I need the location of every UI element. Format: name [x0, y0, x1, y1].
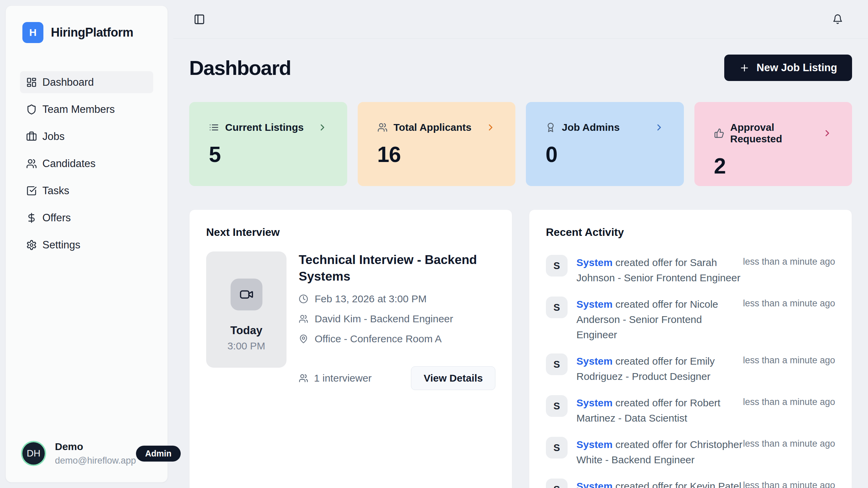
activity-list: S System created offer for Sarah Johnson…	[546, 255, 835, 488]
activity-avatar: S	[546, 395, 568, 417]
stat-value: 2	[714, 154, 833, 179]
activity-item: S System created offer for Sarah Johnson…	[546, 255, 835, 285]
activity-actor-link[interactable]: System	[576, 439, 613, 450]
chevron-right-icon[interactable]	[654, 122, 664, 133]
sidebar-item-label: Candidates	[42, 158, 96, 170]
stat-label: Current Listings	[225, 122, 304, 133]
video-icon	[231, 279, 262, 310]
activity-item: S System created offer for Robert Martin…	[546, 395, 835, 426]
activity-actor-link[interactable]: System	[576, 397, 613, 408]
users-icon	[26, 158, 37, 169]
sidebar-item-dashboard[interactable]: Dashboard	[20, 71, 153, 93]
activity-timestamp: less than a minute ago	[743, 297, 835, 309]
thumbs-up-icon	[714, 128, 724, 138]
activity-avatar: S	[546, 297, 568, 318]
activity-item: S System created offer for Nicole Anders…	[546, 297, 835, 342]
interview-person-row: David Kim - Backend Engineer	[299, 313, 495, 325]
interview-location-row: Office - Conference Room A	[299, 333, 495, 345]
activity-timestamp: less than a minute ago	[743, 353, 835, 366]
plus-icon	[739, 63, 750, 73]
activity-timestamp: less than a minute ago	[743, 255, 835, 267]
page-title: Dashboard	[189, 56, 291, 80]
users-icon	[377, 122, 388, 133]
activity-avatar: S	[546, 353, 568, 375]
sidebar-item-offers[interactable]: Offers	[20, 207, 153, 229]
gear-icon	[26, 240, 37, 250]
app-title: HiringPlatform	[51, 25, 133, 40]
stat-label: Job Admins	[562, 122, 620, 133]
check-square-icon	[26, 185, 37, 196]
users-icon	[299, 373, 308, 383]
interview-datetime-row: Feb 13, 2026 at 3:00 PM	[299, 293, 495, 305]
app-logo-icon: H	[22, 22, 43, 43]
activity-timestamp: less than a minute ago	[743, 437, 835, 449]
topbar	[173, 0, 868, 39]
award-icon	[546, 122, 556, 133]
bell-icon	[832, 14, 843, 24]
activity-avatar: S	[546, 479, 568, 488]
shield-icon	[26, 104, 37, 115]
recent-activity-title: Recent Activity	[546, 226, 835, 239]
users-icon	[299, 314, 308, 324]
interview-person: David Kim - Backend Engineer	[315, 313, 453, 325]
clock-icon	[299, 294, 308, 304]
sidebar-item-tasks[interactable]: Tasks	[20, 180, 153, 202]
interview-day-panel: Today 3:00 PM	[206, 251, 287, 368]
sidebar: H HiringPlatform Dashboard Team Members …	[5, 5, 168, 483]
activity-actor-link[interactable]: System	[576, 299, 613, 310]
next-interview-title: Next Interview	[206, 226, 495, 239]
next-interview-card: Next Interview Today 3:00 PM Technical I…	[189, 209, 512, 488]
recent-activity-card: Recent Activity S System created offer f…	[529, 209, 852, 488]
sidebar-toggle-button[interactable]	[194, 14, 205, 25]
interview-day: Today	[230, 324, 262, 337]
activity-actor-link[interactable]: System	[576, 355, 613, 367]
user-name: Demo	[55, 441, 136, 452]
stat-label: Total Applicants	[394, 122, 472, 133]
activity-item: S System created offer for Kevin Patel -…	[546, 479, 835, 488]
content: Dashboard New Job Listing Current Listin…	[173, 55, 868, 488]
user-email: demo@hireflow.app	[55, 455, 136, 466]
new-job-listing-button[interactable]: New Job Listing	[724, 55, 852, 81]
panel-left-icon	[194, 14, 205, 25]
notifications-button[interactable]	[832, 14, 843, 24]
sidebar-item-label: Settings	[42, 239, 80, 251]
new-job-listing-label: New Job Listing	[756, 62, 837, 74]
stat-card-current-listings[interactable]: Current Listings 5	[189, 102, 347, 186]
sidebar-item-settings[interactable]: Settings	[20, 234, 153, 256]
activity-timestamp: less than a minute ago	[743, 479, 835, 488]
briefcase-icon	[26, 131, 37, 142]
interview-time: 3:00 PM	[228, 340, 265, 352]
stat-card-total-applicants[interactable]: Total Applicants 16	[358, 102, 516, 186]
sidebar-item-candidates[interactable]: Candidates	[20, 152, 153, 175]
chevron-right-icon[interactable]	[317, 122, 328, 133]
activity-actor-link[interactable]: System	[576, 257, 613, 268]
main-area: Dashboard New Job Listing Current Listin…	[173, 0, 868, 488]
sidebar-item-label: Dashboard	[42, 76, 94, 88]
sidebar-item-team-members[interactable]: Team Members	[20, 98, 153, 120]
list-icon	[209, 122, 219, 133]
view-details-button[interactable]: View Details	[411, 366, 495, 390]
activity-actor-link[interactable]: System	[576, 481, 613, 488]
sidebar-nav: Dashboard Team Members Jobs Candidates T…	[20, 71, 153, 256]
interview-title: Technical Interview - Backend Systems	[299, 251, 494, 285]
activity-item: S System created offer for Emily Rodrigu…	[546, 353, 835, 384]
activity-avatar: S	[546, 255, 568, 277]
stat-card-approval-requested[interactable]: Approval Requested 2	[694, 102, 852, 186]
sidebar-item-label: Offers	[42, 212, 71, 224]
map-pin-icon	[299, 334, 308, 344]
user-profile[interactable]: DH Demo demo@hireflow.app Admin	[22, 441, 154, 466]
stat-value: 16	[377, 142, 496, 167]
stat-card-job-admins[interactable]: Job Admins 0	[526, 102, 684, 186]
chevron-right-icon[interactable]	[486, 122, 496, 133]
app-logo: H HiringPlatform	[20, 22, 153, 43]
sidebar-item-label: Team Members	[42, 103, 115, 116]
avatar: DH	[22, 442, 45, 465]
sidebar-item-jobs[interactable]: Jobs	[20, 125, 153, 147]
sidebar-item-label: Jobs	[42, 130, 64, 143]
stat-value: 5	[209, 142, 328, 167]
activity-item: S System created offer for Christopher W…	[546, 437, 835, 467]
interview-datetime: Feb 13, 2026 at 3:00 PM	[315, 293, 427, 305]
interview-location: Office - Conference Room A	[315, 333, 442, 345]
chevron-right-icon[interactable]	[822, 128, 832, 138]
interviewer-count: 1 interviewer	[299, 372, 372, 384]
